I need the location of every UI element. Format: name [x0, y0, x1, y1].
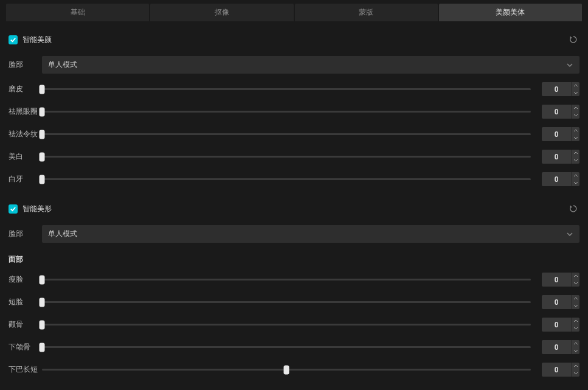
spinner-down[interactable] [572, 157, 579, 164]
spinner-buttons [571, 273, 579, 287]
slider-cheekbone[interactable] [42, 324, 531, 326]
spinner-value: 0 [542, 105, 571, 119]
spinner-jawbone[interactable]: 0 [542, 340, 579, 354]
chevron-down-icon [573, 91, 578, 94]
slider-label: 颧骨 [9, 319, 42, 330]
chevron-up-icon [573, 342, 578, 345]
spinner-buttons [571, 295, 579, 309]
chevron-up-icon [573, 84, 578, 87]
chevron-up-icon [573, 297, 578, 300]
spinner-up[interactable] [572, 150, 579, 157]
spinner-thinface[interactable]: 0 [542, 273, 579, 287]
tab-beauty[interactable]: 美颜美体 [439, 4, 582, 21]
spinner-dark-circles[interactable]: 0 [542, 105, 579, 119]
checkbox-smart-shape[interactable] [9, 204, 18, 214]
chevron-down-icon [573, 159, 578, 162]
slider-teeth[interactable] [42, 178, 531, 180]
reset-beauty-button[interactable] [567, 33, 579, 46]
spinner-down[interactable] [572, 179, 579, 187]
tab-keying[interactable]: 抠像 [150, 4, 293, 21]
spinner-chin[interactable]: 0 [542, 363, 579, 377]
beauty-mode-row: 脸部 单人模式 [7, 52, 581, 78]
slider-label: 美白 [9, 151, 42, 162]
chevron-down-icon [573, 282, 578, 285]
spinner-lines[interactable]: 0 [542, 127, 579, 141]
slider-shortface[interactable] [42, 301, 531, 303]
spinner-up[interactable] [572, 172, 579, 179]
slider-thinface[interactable] [42, 279, 531, 280]
slider-lines[interactable] [42, 133, 531, 135]
section-shape-title: 智能美形 [22, 204, 567, 214]
slider-thumb[interactable] [40, 152, 45, 161]
slider-row-whiten: 美白 0 [7, 145, 581, 168]
reset-icon [569, 204, 578, 214]
spinner-up[interactable] [572, 273, 579, 280]
spinner-shortface[interactable]: 0 [542, 295, 579, 309]
spinner-value: 0 [542, 363, 571, 377]
slider-thumb[interactable] [284, 365, 289, 374]
slider-label: 瘦脸 [9, 274, 42, 285]
spinner-buttons [571, 150, 579, 164]
spinner-up[interactable] [572, 295, 579, 302]
slider-thumb[interactable] [40, 130, 45, 139]
spinner-down[interactable] [572, 280, 579, 287]
slider-dark-circles[interactable] [42, 111, 531, 113]
slider-thumb[interactable] [40, 275, 45, 284]
spinner-cheekbone[interactable]: 0 [542, 318, 579, 332]
chevron-down-icon [573, 304, 578, 307]
chevron-down-icon [566, 231, 573, 238]
slider-thumb[interactable] [40, 298, 45, 307]
chevron-down-icon [573, 136, 578, 139]
spinner-whiten[interactable]: 0 [542, 150, 579, 164]
checkbox-smart-beauty[interactable] [9, 35, 18, 44]
spinner-down[interactable] [572, 302, 579, 310]
group-face-label: 面部 [7, 247, 581, 268]
slider-jawbone[interactable] [42, 346, 531, 348]
slider-thumb[interactable] [40, 343, 45, 352]
spinner-down[interactable] [572, 325, 579, 332]
spinner-mopi[interactable]: 0 [542, 82, 579, 96]
spinner-value: 0 [542, 273, 571, 287]
beauty-mode-value: 单人模式 [48, 60, 77, 70]
slider-mopi[interactable] [42, 88, 531, 90]
reset-shape-button[interactable] [567, 203, 579, 215]
spinner-down[interactable] [572, 370, 579, 377]
slider-thumb[interactable] [40, 320, 45, 329]
spinner-up[interactable] [572, 318, 579, 325]
tab-mask[interactable]: 蒙版 [295, 4, 438, 21]
spinner-down[interactable] [572, 89, 579, 97]
spinner-up[interactable] [572, 127, 579, 134]
slider-whiten[interactable] [42, 156, 531, 158]
spinner-teeth[interactable]: 0 [542, 172, 579, 186]
shape-mode-label: 脸部 [9, 229, 42, 239]
beauty-mode-select[interactable]: 单人模式 [42, 56, 579, 74]
slider-chin[interactable] [42, 369, 531, 371]
tab-bar: 基础 抠像 蒙版 美颜美体 [0, 0, 588, 21]
shape-mode-select[interactable]: 单人模式 [42, 225, 579, 243]
slider-thumb[interactable] [40, 175, 45, 184]
spinner-buttons [571, 318, 579, 332]
spinner-down[interactable] [572, 112, 579, 119]
spinner-up[interactable] [572, 363, 579, 370]
tab-basic[interactable]: 基础 [6, 4, 149, 21]
slider-label: 白牙 [9, 174, 42, 184]
spinner-down[interactable] [572, 347, 579, 355]
shape-mode-value: 单人模式 [48, 229, 77, 239]
spinner-down[interactable] [572, 134, 579, 142]
spinner-value: 0 [542, 150, 571, 164]
section-beauty-header: 智能美颜 [7, 25, 581, 52]
shape-mode-row: 脸部 单人模式 [7, 221, 581, 247]
slider-label: 下巴长短 [9, 364, 42, 375]
slider-label: 祛法令纹 [9, 129, 42, 139]
spinner-buttons [571, 340, 579, 354]
beauty-mode-label: 脸部 [9, 60, 42, 70]
chevron-down-icon [573, 349, 578, 352]
spinner-value: 0 [542, 82, 571, 96]
slider-thumb[interactable] [40, 85, 45, 94]
slider-row-dark-circles: 祛黑眼圈 0 [7, 100, 581, 123]
spinner-up[interactable] [572, 340, 579, 347]
spinner-up[interactable] [572, 82, 579, 89]
chevron-down-icon [573, 181, 578, 184]
spinner-up[interactable] [572, 105, 579, 112]
slider-thumb[interactable] [40, 107, 45, 116]
